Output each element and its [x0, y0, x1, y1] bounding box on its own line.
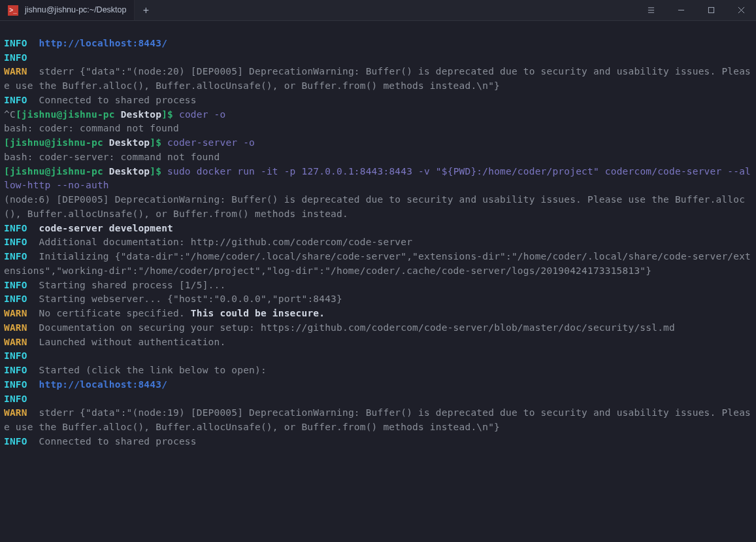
url-text: http://localhost:8443/	[39, 38, 167, 48]
log-line: Started (click the link below to open):	[39, 365, 267, 375]
prompt-end: ]$	[161, 109, 173, 120]
log-level: INFO	[4, 379, 27, 390]
prompt-dir: Desktop	[109, 137, 150, 148]
log-level: INFO	[4, 38, 27, 48]
log-line: stderr {"data":"(node:19) [DEP0005] Depr…	[4, 407, 751, 432]
log-level: INFO	[4, 52, 27, 63]
log-level: INFO	[4, 95, 27, 105]
log-line: No certificate specified.	[39, 308, 191, 318]
prompt-user: [jishnu@jishnu-pc	[4, 166, 103, 177]
log-level: INFO	[4, 223, 27, 233]
log-line: code-server development	[39, 223, 173, 233]
log-level: WARN	[4, 407, 27, 418]
titlebar: >_ jishnu@jishnu-pc:~/Desktop +	[0, 0, 756, 21]
log-line: bash: coder-server: command not found	[4, 152, 220, 162]
interrupt-symbol: ^C	[4, 109, 16, 120]
log-level: INFO	[4, 436, 27, 447]
log-line: bash: coder: command not found	[4, 123, 179, 133]
new-tab-button[interactable]: +	[135, 0, 157, 20]
minimize-button[interactable]	[666, 0, 696, 20]
prompt-dir: Desktop	[109, 166, 150, 177]
maximize-icon	[708, 7, 715, 14]
log-line: Connected to shared process	[39, 95, 197, 105]
url-text: http://localhost:8443/	[39, 379, 167, 390]
log-level: INFO	[4, 350, 27, 361]
log-level: INFO	[4, 280, 27, 290]
prompt-dir: Desktop	[121, 109, 162, 120]
terminal-icon: >_	[8, 5, 18, 16]
terminal-content[interactable]: INFO http://localhost:8443/ INFO WARN st…	[0, 21, 756, 450]
hamburger-button[interactable]	[636, 0, 666, 20]
prompt-end: ]$	[150, 137, 161, 148]
prompt-user: [jishnu@jishnu-pc	[16, 109, 115, 120]
svg-rect-0	[708, 7, 714, 12]
log-level: INFO	[4, 237, 27, 247]
prompt-user: [jishnu@jishnu-pc	[4, 137, 103, 148]
log-level: INFO	[4, 365, 27, 375]
log-line: (node:6) [DEP0005] DeprecationWarning: B…	[4, 194, 745, 219]
log-line: stderr {"data":"(node:20) [DEP0005] Depr…	[4, 66, 751, 91]
log-level: WARN	[4, 322, 27, 333]
log-level: WARN	[4, 66, 27, 76]
log-line: Launched without authentication.	[39, 337, 226, 347]
prompt-end: ]$	[150, 166, 161, 177]
close-icon	[738, 7, 745, 14]
hamburger-icon	[648, 7, 655, 14]
cmd-text: coder -o	[179, 109, 225, 120]
log-level: INFO	[4, 394, 27, 404]
log-level: INFO	[4, 294, 27, 304]
cmd-text: coder-server -o	[167, 137, 255, 148]
plus-icon: +	[143, 3, 149, 18]
tab-active[interactable]: >_ jishnu@jishnu-pc:~/Desktop	[0, 0, 135, 20]
window-controls	[636, 0, 756, 20]
log-line: Connected to shared process	[39, 436, 197, 447]
maximize-button[interactable]	[696, 0, 726, 20]
tab-bar: >_ jishnu@jishnu-pc:~/Desktop +	[0, 0, 157, 20]
log-level: WARN	[4, 337, 27, 347]
log-level: WARN	[4, 308, 27, 318]
log-emphasis: This could be insecure.	[191, 308, 325, 318]
minimize-icon	[678, 7, 685, 14]
close-button[interactable]	[726, 0, 756, 20]
log-line: Additional documentation: http://github.…	[39, 237, 413, 247]
log-line: Initializing {"data-dir":"/home/coder/.l…	[4, 251, 751, 276]
log-level: INFO	[4, 251, 27, 262]
log-line: Starting webserver... {"host":"0.0.0.0",…	[39, 294, 342, 304]
log-line: Documentation on securing your setup: ht…	[39, 322, 675, 333]
tab-title: jishnu@jishnu-pc:~/Desktop	[25, 4, 126, 16]
log-line: Starting shared process [1/5]...	[39, 280, 226, 290]
